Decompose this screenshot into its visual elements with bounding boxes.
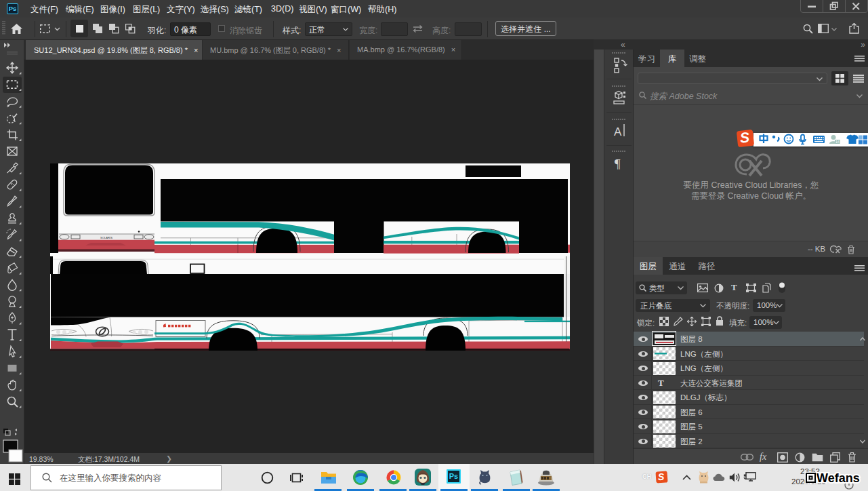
svg-text:Wefans: Wefans — [817, 471, 860, 485]
svg-text:SOLARIS: SOLARIS — [100, 236, 112, 239]
svg-text:A: A — [614, 125, 622, 138]
svg-text:¶: ¶ — [615, 157, 621, 171]
svg-text:14: 14 — [835, 140, 840, 144]
